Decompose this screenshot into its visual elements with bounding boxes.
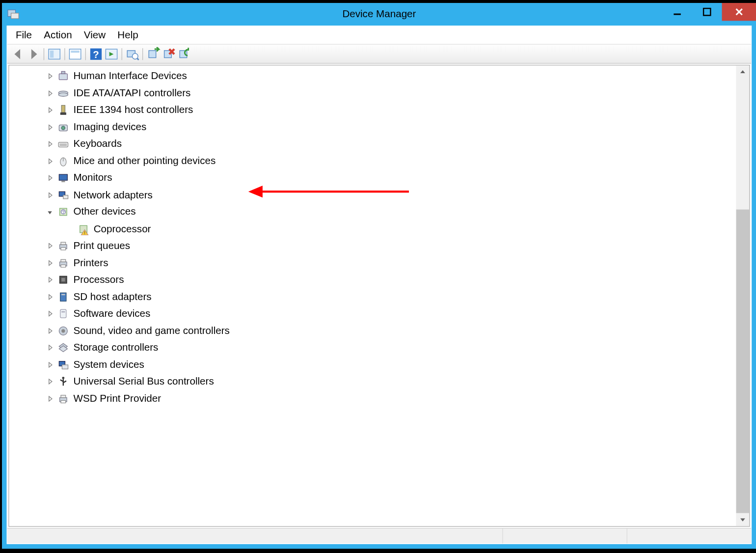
tree-child-item[interactable]: !Coprocessor (9, 221, 736, 238)
forward-icon[interactable] (27, 47, 41, 61)
device-manager-window: Device Manager File Action View Help (2, 3, 756, 549)
tree-item[interactable]: Monitors (9, 169, 736, 187)
svg-rect-26 (60, 112, 66, 115)
caret-right-icon[interactable] (46, 242, 54, 250)
caret-right-icon[interactable] (46, 72, 54, 81)
title-bar: Device Manager (2, 3, 756, 26)
caret-right-icon[interactable] (46, 309, 54, 318)
tree-item[interactable]: Sound, video and game controllers (9, 322, 736, 339)
scroll-thumb[interactable] (736, 210, 750, 513)
action-center-icon[interactable] (104, 47, 118, 61)
tree-item[interactable]: IDE ATA/ATAPI controllers (9, 85, 736, 102)
tree-item-label: Processors (73, 274, 124, 286)
tree-item[interactable]: Network adapters (9, 187, 736, 204)
other-icon: ? (57, 205, 70, 219)
tree-item[interactable]: Print queues (9, 238, 736, 255)
caret-right-icon[interactable] (46, 360, 54, 369)
tree-item-label: Imaging devices (73, 121, 146, 133)
maximize-button[interactable] (692, 3, 722, 21)
svg-rect-1 (11, 13, 19, 19)
svg-rect-54 (61, 311, 65, 312)
tree-item[interactable]: Keyboards (9, 136, 736, 153)
tree-item[interactable]: Human Interface Devices (9, 68, 736, 85)
hid-icon (57, 70, 70, 83)
ieee1394-icon (57, 104, 70, 117)
window-controls (662, 3, 756, 21)
tree-item-label: Coprocessor (94, 223, 151, 235)
caret-right-icon[interactable] (46, 191, 54, 199)
caret-right-icon[interactable] (46, 276, 54, 284)
svg-point-24 (58, 93, 68, 96)
tree-item-label: Keyboards (73, 138, 122, 150)
minimize-button[interactable] (662, 3, 692, 21)
caret-right-icon[interactable] (46, 174, 54, 182)
properties-icon[interactable] (68, 47, 82, 61)
svg-rect-45 (61, 248, 66, 250)
toolbar-separator (44, 48, 44, 60)
svg-rect-25 (61, 106, 65, 113)
sdcard-icon (57, 290, 70, 304)
tree-item-label: Monitors (73, 172, 112, 184)
tree-item[interactable]: Storage controllers (9, 339, 736, 357)
menu-help[interactable]: Help (113, 28, 143, 42)
svg-rect-50 (61, 278, 65, 281)
caret-right-icon[interactable] (46, 293, 54, 301)
tree-item[interactable]: Universal Serial Bus controllers (9, 373, 736, 390)
tree-item[interactable]: Mice and other pointing devices (9, 153, 736, 170)
tree-item[interactable]: System devices (9, 356, 736, 373)
svg-line-15 (137, 58, 139, 59)
caret-right-icon[interactable] (46, 140, 54, 148)
tree-item[interactable]: Printers (9, 254, 736, 272)
tree-item[interactable]: SD host adapters (9, 288, 736, 305)
scroll-down-button[interactable] (736, 513, 750, 526)
caret-right-icon[interactable] (46, 378, 54, 386)
tree-item[interactable]: Processors (9, 272, 736, 289)
chip-warn-icon: ! (77, 222, 90, 236)
scroll-track[interactable] (736, 79, 750, 513)
caret-right-icon[interactable] (46, 259, 54, 267)
tree-item[interactable]: IEEE 1394 host controllers (9, 102, 736, 119)
svg-rect-35 (61, 181, 65, 182)
caret-right-icon[interactable] (46, 344, 54, 352)
svg-point-14 (132, 53, 138, 59)
vertical-scrollbar[interactable] (736, 65, 750, 526)
help-icon[interactable]: ? (89, 47, 103, 61)
tree-item[interactable]: Software devices (9, 305, 736, 323)
tree-item[interactable]: WSD Print Provider (9, 390, 736, 407)
status-bar (7, 528, 751, 544)
menu-view[interactable]: View (79, 28, 110, 42)
window-title: Device Manager (2, 8, 756, 20)
monitor-icon (57, 171, 70, 185)
svg-text:?: ? (93, 49, 99, 59)
uninstall-icon[interactable] (162, 47, 176, 61)
svg-point-59 (62, 377, 64, 379)
show-tree-icon[interactable] (47, 47, 61, 61)
status-cell (627, 528, 751, 543)
caret-right-icon[interactable] (46, 327, 54, 335)
svg-rect-52 (61, 294, 65, 295)
close-button[interactable] (722, 3, 756, 21)
menu-bar: File Action View Help (7, 26, 751, 45)
ide-icon (57, 87, 70, 100)
tree-item[interactable]: ?Other devices (9, 203, 736, 221)
caret-down-icon[interactable] (46, 208, 54, 216)
caret-right-icon[interactable] (46, 157, 54, 166)
device-tree[interactable]: Human Interface DevicesIDE ATA/ATAPI con… (9, 65, 736, 526)
caret-right-icon[interactable] (46, 123, 54, 132)
back-icon[interactable] (11, 47, 25, 61)
caret-right-icon[interactable] (46, 89, 54, 97)
enable-device-icon[interactable] (146, 47, 160, 61)
caret-right-icon[interactable] (46, 394, 54, 403)
mouse-icon (57, 155, 70, 168)
scan-hardware-icon[interactable] (125, 47, 139, 61)
scroll-up-button[interactable] (736, 65, 750, 79)
svg-rect-9 (71, 50, 79, 52)
menu-file[interactable]: File (11, 28, 37, 42)
menu-action[interactable]: Action (39, 28, 77, 42)
caret-right-icon[interactable] (46, 106, 54, 114)
update-driver-icon[interactable] (177, 47, 191, 61)
tree-item[interactable]: Imaging devices (9, 119, 736, 136)
svg-rect-3 (703, 8, 711, 16)
printer-icon (57, 256, 70, 270)
svg-rect-47 (61, 259, 66, 262)
